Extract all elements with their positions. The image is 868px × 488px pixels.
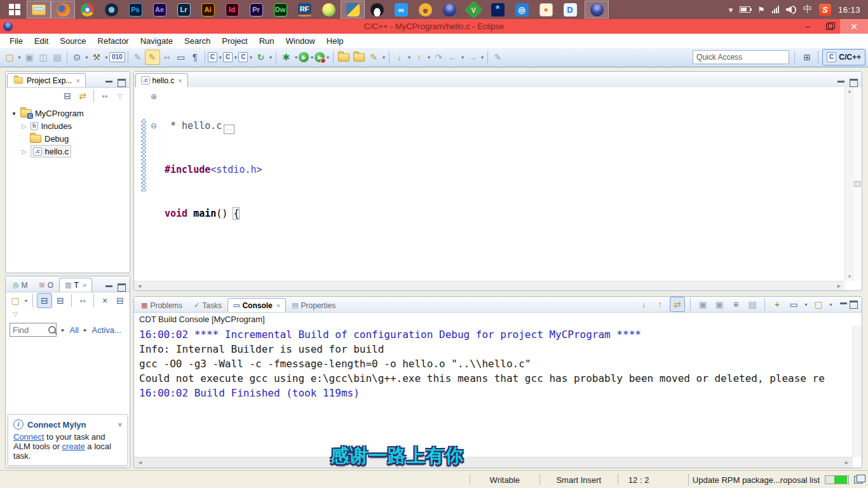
open-perspective-button[interactable]: ⊞ [800,50,814,64]
scroll-right-arrow[interactable]: ► [844,459,850,466]
new-task-dropdown[interactable]: ▾ [24,298,29,304]
taskbar-dreamweaver[interactable]: Dw [268,1,292,18]
menu-help[interactable]: Help [321,34,349,48]
categorized-view-button[interactable]: ⊟ [37,293,52,308]
filter-all-link[interactable]: All [70,325,79,335]
taskbar-wangwang[interactable]: ● [534,1,558,18]
editor-vertical-scrollbar[interactable]: ▲ ▼ [844,87,854,281]
taskbar-ring-app[interactable]: ◎ [510,1,534,18]
new-header-button[interactable]: C [238,52,248,62]
display-console-button[interactable]: ▭ [787,297,801,311]
refresh-index-button[interactable]: ↻ [254,50,268,64]
forward-button[interactable]: → [465,50,479,64]
menu-file[interactable]: File [4,34,29,48]
cpp-perspective-button[interactable]: C C/C++ [822,49,865,65]
binary-view-button[interactable]: 010 [109,52,125,62]
tab-hello-c[interactable]: .c hello.c × [135,73,188,87]
editor-maximize-button[interactable] [850,79,858,87]
taskbar-qq[interactable] [365,1,389,18]
new-task-button[interactable]: ▢ [8,294,22,308]
tab-task-list[interactable]: ▥ T × [59,278,92,292]
action-center-flag-icon[interactable]: ⚑ [757,5,765,15]
editor-tab-close-icon[interactable]: × [178,77,182,85]
taskbar-firefox[interactable] [51,1,75,18]
taskbar-after-effects[interactable]: Ae [147,1,172,18]
element-pair-button[interactable]: ●● [160,50,174,64]
menu-source[interactable]: Source [54,34,92,48]
debug-button[interactable]: ✱ [279,50,293,64]
console-vertical-scrollbar[interactable] [852,326,862,457]
tab-tasks[interactable]: ✓ Tasks [188,298,227,312]
menu-run[interactable]: Run [254,34,280,48]
tree-item-debug[interactable]: Debug [6,132,130,145]
new-header-dropdown[interactable]: ▾ [248,55,254,60]
tab-outline[interactable]: ⊞ O [34,278,60,292]
minimize-button[interactable]: – [797,19,818,34]
find-input[interactable] [10,325,48,335]
volume-icon[interactable] [786,6,796,14]
all-caret-icon[interactable]: ▸ [62,327,65,333]
debug-dropdown[interactable]: ▾ [293,55,299,60]
taskbar-python[interactable] [341,1,365,18]
folded-region-box[interactable]: .. [224,125,234,134]
clear-console-button[interactable]: ▤ [745,297,759,311]
previous-annotation-dropdown[interactable]: ▾ [426,55,431,60]
last-edit-location-button[interactable]: ↷ [431,50,445,64]
search-dropdown[interactable]: ▾ [381,55,386,60]
collapsed-caret-icon[interactable]: ▷ [21,148,27,155]
tab-project-explorer[interactable]: Project Exp... × [7,73,86,87]
explorer-minimize-button[interactable] [105,81,112,85]
find-box[interactable] [10,323,57,337]
build-dropdown[interactable]: ▾ [104,55,109,60]
previous-annotation-button[interactable]: ↑ [412,50,426,64]
search-button[interactable]: ✎ [367,50,381,64]
open-console-button[interactable]: ▢ [811,297,825,311]
menu-navigate[interactable]: Navigate [135,34,179,48]
taskbar-eclipse-active[interactable] [585,1,609,18]
build-variant-button[interactable]: ⊙ [70,50,84,64]
open-element-button[interactable] [338,53,349,62]
restore-button[interactable] [818,19,840,34]
start-button[interactable] [3,1,27,18]
menu-search[interactable]: Search [179,34,216,48]
print-button[interactable]: ▤ [50,50,64,64]
tasklist-close-icon[interactable]: × [83,281,86,289]
tab-properties[interactable]: ▤ Properties [286,298,341,312]
menu-refactor[interactable]: Refactor [92,34,135,48]
taskbar-file-explorer[interactable] [27,1,51,18]
hide-completed-button[interactable]: × [98,294,112,308]
tab-make-target[interactable]: ◎ M [7,278,34,292]
progress-view-button[interactable] [854,476,863,484]
console-maximize-button[interactable] [850,301,858,309]
explorer-view-menu-button[interactable]: ▽ [113,89,127,103]
next-error-button[interactable]: ↓ [637,297,651,311]
display-console-dropdown[interactable]: ▾ [803,302,809,308]
previous-error-button[interactable]: ↑ [653,297,667,311]
console-output[interactable]: 16:00:02 **** Incremental Build of confi… [134,326,853,457]
tasklist-filters-button[interactable]: ●● [76,294,90,308]
explorer-filters-button[interactable]: ●● [98,89,112,103]
taskbar-vim[interactable]: V [461,1,485,18]
project-explorer-close-icon[interactable]: × [76,77,79,85]
new-c-file-button[interactable]: C [208,52,217,62]
sogou-input-icon[interactable]: S [819,4,831,16]
tab-console[interactable]: ▭ Console × [227,298,286,312]
tab-problems[interactable]: ▦ Problems [135,298,188,312]
taskbar-clock[interactable]: 16:13 [838,5,860,15]
mark-occurrences-button[interactable]: ✎ [145,50,160,65]
scroll-left-arrow[interactable]: ◄ [137,459,143,466]
close-button[interactable]: ✕ [840,19,868,34]
mylyn-close-icon[interactable]: × [118,421,122,428]
quick-access-input[interactable] [693,50,789,64]
pin-console-button[interactable]: + [770,297,784,311]
mylyn-connect-link[interactable]: Connect [13,432,44,442]
network-signal-icon[interactable] [772,6,779,13]
scheduled-view-button[interactable]: ⊟ [53,294,67,308]
battery-icon[interactable] [740,6,750,13]
taskbar-eclipse-sphere[interactable] [437,1,461,18]
scroll-lock-button[interactable]: ▣ [712,297,726,311]
build-variant-dropdown[interactable]: ▾ [84,55,90,60]
explorer-maximize-button[interactable] [118,79,126,87]
menu-window[interactable]: Window [280,34,321,48]
taskbar-chrome[interactable] [75,1,99,18]
